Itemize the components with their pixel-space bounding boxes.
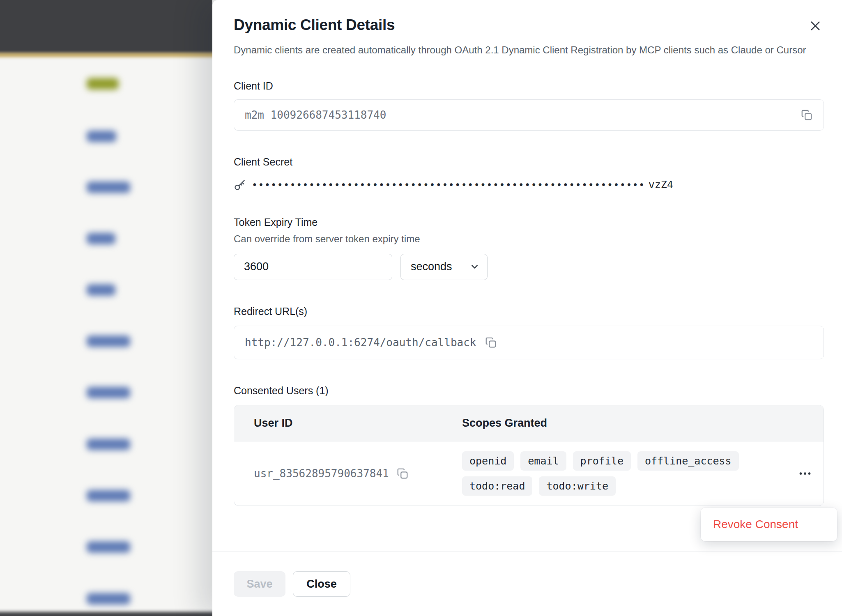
copy-user-id-button[interactable] [396,467,409,480]
copy-icon [801,109,813,121]
redirect-url-value: http://127.0.0.1:6274/oauth/callback [245,336,476,349]
table-row: usr_83562895790637841 openid email profi… [234,441,824,506]
copy-redirect-url-button[interactable] [484,336,498,349]
client-secret-section: Client Secret ••••••••••••••••••••••••••… [234,156,824,191]
modal-header: Dynamic Client Details Dynamic clients a… [212,0,842,58]
token-expiry-input[interactable] [234,254,392,280]
modal-footer: Save Close [212,552,842,616]
column-header-user-id: User ID [234,417,462,430]
client-id-value: m2m_100926687453118740 [245,109,800,121]
background-footer-bar [0,612,212,616]
token-expiry-section: Token Expiry Time Can override from serv… [234,216,824,280]
consented-users-table: User ID Scopes Granted usr_8356289579063… [234,405,824,506]
token-expiry-unit-value: seconds [411,260,452,273]
scope-chip: todo:write [539,476,616,496]
client-id-label: Client ID [234,80,824,92]
scope-chip: email [520,451,566,471]
copy-icon [396,467,409,480]
table-header-row: User ID Scopes Granted [234,405,824,441]
consented-users-section: Consented Users (1) User ID Scopes Grant… [234,385,824,506]
row-actions-button[interactable] [795,464,815,483]
modal-body: Client ID m2m_100926687453118740 Client … [212,58,842,506]
ellipsis-icon [798,466,812,481]
copy-client-id-button[interactable] [800,108,814,122]
modal-title: Dynamic Client Details [234,16,395,34]
redirect-urls-section: Redirect URL(s) http://127.0.0.1:6274/oa… [234,306,824,359]
chevron-down-icon [469,262,480,272]
background-blurred-row [87,593,130,605]
client-secret-row: ••••••••••••••••••••••••••••••••••••••••… [234,179,824,191]
user-id-value: usr_83562895790637841 [254,467,389,480]
close-icon-button[interactable] [807,17,824,34]
scopes-granted-cell: openid email profile offline_access todo… [462,451,787,496]
background-blurred-badge [87,78,119,90]
background-blurred-row [87,284,115,296]
close-button[interactable]: Close [293,571,350,597]
client-secret-masked: ••••••••••••••••••••••••••••••••••••••••… [252,179,645,190]
background-blurred-row [87,387,130,398]
copy-icon [485,336,497,349]
client-id-field: m2m_100926687453118740 [234,99,824,131]
redirect-urls-label: Redirect URL(s) [234,306,824,317]
background-blurred-row [87,541,130,553]
key-icon [234,179,246,191]
background-blurred-row [87,336,130,347]
background-blurred-row [87,131,116,142]
close-icon [808,19,822,33]
scope-chip: openid [462,451,514,471]
background-blurred-row [87,490,130,501]
row-actions-menu: Revoke Consent [701,508,837,541]
token-expiry-hint: Can override from server token expiry ti… [234,233,824,245]
background-accent-line [0,53,212,57]
token-expiry-label: Token Expiry Time [234,216,824,228]
modal-description: Dynamic clients are created automaticall… [234,43,821,58]
revoke-consent-menu-item[interactable]: Revoke Consent [701,508,837,541]
background-blurred-row [87,439,130,450]
scope-chip: profile [573,451,631,471]
save-button[interactable]: Save [234,571,285,597]
background-blurred-row [87,182,130,193]
background-blurred-row [87,233,115,244]
background-page [0,0,212,616]
scope-chip: offline_access [637,451,739,471]
client-secret-label: Client Secret [234,156,824,168]
background-header-bar [0,0,212,54]
dynamic-client-details-modal: Dynamic Client Details Dynamic clients a… [212,0,842,616]
scope-chip: todo:read [462,476,532,496]
client-id-section: Client ID m2m_100926687453118740 [234,80,824,131]
column-header-scopes: Scopes Granted [462,417,787,430]
redirect-url-field: http://127.0.0.1:6274/oauth/callback [234,326,824,359]
consented-users-label: Consented Users (1) [234,385,824,397]
token-expiry-unit-select[interactable]: seconds [400,254,488,280]
client-secret-suffix: vzZ4 [649,179,673,191]
